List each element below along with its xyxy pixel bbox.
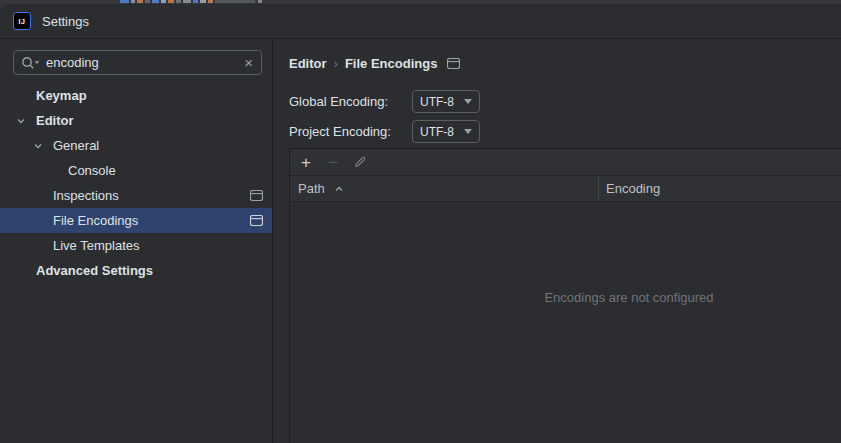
project-encoding-select[interactable]: UTF-8	[412, 120, 480, 143]
chevron-down-icon[interactable]	[32, 141, 44, 151]
sidebar-item-general[interactable]: General	[0, 133, 272, 158]
tree-item-label: General	[53, 138, 99, 153]
configurable-page-icon	[250, 190, 263, 201]
sidebar-item-keymap[interactable]: Keymap	[0, 83, 272, 108]
empty-state-text: Encodings are not configured	[544, 290, 713, 305]
background-fragment	[183, 0, 191, 3]
tree-item-label: Inspections	[53, 188, 119, 203]
project-encoding-value: UTF-8	[420, 125, 454, 139]
intellij-logo-icon: IJ	[13, 12, 31, 30]
breadcrumb-editor[interactable]: Editor	[289, 56, 327, 71]
sidebar-item-file-encodings[interactable]: File Encodings	[0, 208, 272, 233]
table-body[interactable]: Encodings are not configured	[290, 202, 841, 443]
sort-ascending-icon	[334, 184, 344, 194]
breadcrumb-file-encodings: File Encodings	[345, 56, 437, 71]
add-icon: +	[301, 154, 311, 171]
dialog-title: Settings	[42, 14, 89, 29]
clear-search-icon[interactable]: ×	[243, 55, 254, 70]
background-fragment	[120, 0, 129, 3]
breadcrumb-separator: ›	[334, 56, 338, 71]
encodings-table: + − Path	[289, 148, 841, 443]
global-encoding-value: UTF-8	[420, 95, 454, 109]
sidebar-item-editor[interactable]: Editor	[0, 108, 272, 133]
background-fragment	[176, 0, 181, 3]
sidebar-item-console[interactable]: Console	[0, 158, 272, 183]
combo-arrow-icon	[464, 99, 472, 104]
settings-sidebar: encoding × Keymap Editor Gene	[0, 39, 273, 443]
settings-dialog: IJ Settings encoding × Keymap	[0, 4, 841, 443]
search-icon[interactable]	[21, 56, 40, 70]
sidebar-item-live-templates[interactable]: Live Templates	[0, 233, 272, 258]
background-fragment	[152, 0, 159, 3]
path-column-label: Path	[298, 181, 325, 196]
chevron-down-icon[interactable]	[15, 116, 27, 126]
global-encoding-label: Global Encoding:	[289, 94, 412, 109]
combo-arrow-icon	[464, 129, 472, 134]
tree-item-label: Editor	[36, 113, 74, 128]
tree-item-label: Advanced Settings	[36, 263, 153, 278]
background-fragment	[200, 0, 206, 3]
settings-tree: Keymap Editor General Console	[0, 83, 272, 283]
global-encoding-row: Global Encoding: UTF-8	[289, 90, 480, 113]
global-encoding-select[interactable]: UTF-8	[412, 90, 480, 113]
column-header-encoding[interactable]: Encoding	[599, 176, 841, 201]
sidebar-item-inspections[interactable]: Inspections	[0, 183, 272, 208]
configurable-page-icon	[250, 215, 263, 226]
background-fragment	[137, 0, 143, 3]
project-encoding-label: Project Encoding:	[289, 124, 412, 139]
background-fragment	[215, 0, 255, 3]
background-fragment	[145, 0, 150, 3]
add-button[interactable]: +	[296, 152, 316, 172]
tree-item-label: Console	[68, 163, 116, 178]
configurable-page-icon	[447, 58, 460, 69]
screenshot-root: { "colors": { "dialog_bg": "#2B2D30", "b…	[0, 0, 841, 443]
background-fragment	[208, 0, 213, 3]
background-fragment	[161, 0, 166, 3]
search-query-text: encoding	[46, 55, 237, 70]
remove-icon: −	[328, 154, 338, 171]
settings-content-panel: Editor › File Encodings Global Encoding:…	[273, 39, 841, 443]
dialog-body: encoding × Keymap Editor Gene	[0, 39, 841, 443]
tree-item-label: File Encodings	[53, 213, 138, 228]
breadcrumb: Editor › File Encodings	[289, 53, 460, 73]
tree-item-label: Live Templates	[53, 238, 139, 253]
background-fragment	[258, 0, 262, 3]
column-header-path[interactable]: Path	[290, 176, 598, 201]
edit-button[interactable]	[350, 152, 370, 172]
table-header: Path Encoding	[290, 176, 841, 202]
background-fragment	[193, 0, 198, 3]
sidebar-item-advanced-settings[interactable]: Advanced Settings	[0, 258, 272, 283]
table-toolbar: + −	[290, 149, 841, 176]
background-fragment	[131, 0, 135, 3]
remove-button[interactable]: −	[323, 152, 343, 172]
tree-item-label: Keymap	[36, 88, 87, 103]
settings-search-input[interactable]: encoding ×	[13, 50, 262, 75]
project-encoding-row: Project Encoding: UTF-8	[289, 120, 480, 143]
encoding-column-label: Encoding	[606, 181, 660, 196]
background-fragment	[168, 0, 174, 3]
pencil-icon	[353, 155, 367, 169]
dialog-titlebar[interactable]: IJ Settings	[0, 4, 841, 39]
